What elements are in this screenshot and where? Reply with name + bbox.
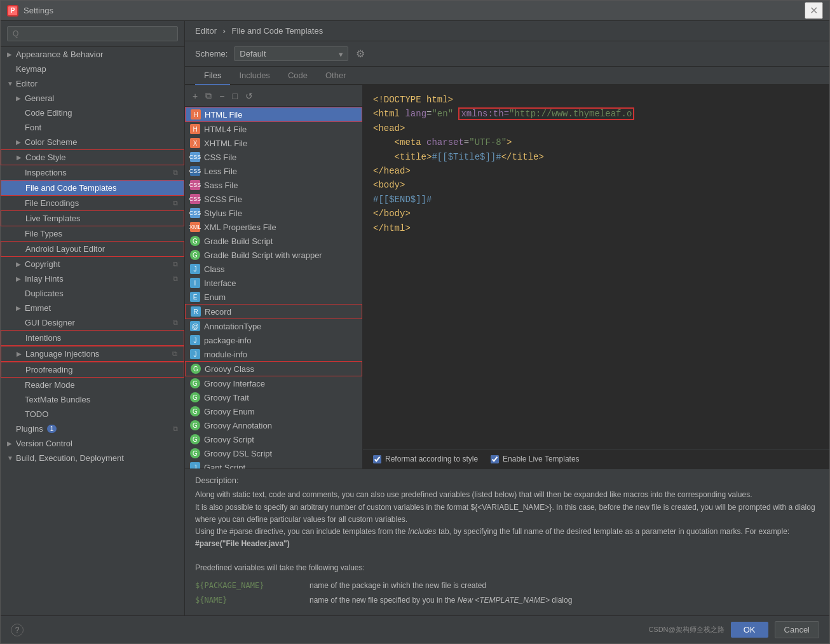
sidebar-item-label: Intentions [25,333,61,343]
sidebar-item-keymap[interactable]: Keymap [1,62,184,76]
tab-other[interactable]: Other [316,67,355,85]
file-item-gradle-wrapper[interactable]: G Gradle Build Script with wrapper [185,248,362,262]
sidebar-item-reader-mode[interactable]: Reader Mode [1,378,184,392]
expand-icon: ▶ [16,95,25,102]
code-editor[interactable]: <!DOCTYPE html> <html lang="en" xmlns:th… [363,85,829,449]
sidebar-item-file-encodings[interactable]: File Encodings ⧉ [1,196,184,210]
file-item-gradle[interactable]: G Gradle Build Script [185,234,362,248]
sidebar-item-version-control[interactable]: ▶ Version Control [1,436,184,451]
reformat-checkbox[interactable] [373,455,381,463]
file-item-groovy-dsl[interactable]: G Groovy DSL Script [185,446,362,460]
code-line-9: </body> [373,207,819,221]
file-item-xml-properties[interactable]: XML XML Properties File [185,220,362,234]
file-item-groovy-annotation[interactable]: G Groovy Annotation [185,418,362,432]
code-line-7: <body> [373,178,819,192]
file-item-groovy-class[interactable]: G Groovy Class [185,361,362,376]
copy-template-button[interactable]: ⧉ [203,89,214,102]
app-icon: P [7,5,18,17]
add-template-button[interactable]: + [190,90,200,102]
search-input[interactable] [7,26,178,41]
sidebar-item-textmate[interactable]: TextMate Bundles [1,392,184,407]
breadcrumb-current: File and Code Templates [232,26,323,36]
sidebar-item-file-types[interactable]: File Types [1,226,184,241]
sidebar-item-gui-designer[interactable]: GUI Designer ⧉ [1,315,184,330]
sidebar-item-copyright[interactable]: ▶ Copyright ⧉ [1,257,184,271]
close-button[interactable]: ✕ [805,2,823,19]
sidebar-item-build[interactable]: ▼ Build, Execution, Deployment [1,451,184,465]
scheme-bar: Scheme: Default Project ⚙ [185,41,829,67]
var-name-name: ${NAME} [195,594,297,606]
plugins-badge: 1 [47,425,57,433]
file-item-stylus[interactable]: CSS Stylus File [185,206,362,220]
file-item-enum[interactable]: E Enum [185,290,362,304]
sidebar-item-color-scheme[interactable]: ▶ Color Scheme [1,135,184,149]
live-templates-checkbox-label[interactable]: Enable Live Templates [491,455,580,463]
sidebar-item-editor[interactable]: ▼ Editor [1,76,184,91]
sidebar-item-live-templates[interactable]: Live Templates [1,210,184,226]
groovy-class-file-icon: G [191,364,201,374]
sidebar-item-code-style[interactable]: ▶ Code Style [1,149,184,165]
expand-icon: ▶ [16,305,25,312]
tab-files[interactable]: Files [195,67,230,85]
file-item-groovy-trait[interactable]: G Groovy Trait [185,390,362,404]
sidebar-item-general[interactable]: ▶ General [1,91,184,106]
sidebar-item-appearance[interactable]: ▶ Appearance & Behavior [1,47,184,62]
copy-icon: ⧉ [173,199,178,207]
expand-icon: ▶ [7,51,16,58]
cancel-button[interactable]: Cancel [775,621,819,638]
sidebar-item-emmet[interactable]: ▶ Emmet [1,301,184,315]
file-item-package-info[interactable]: J package-info [185,333,362,347]
sidebar-item-duplicates[interactable]: Duplicates [1,286,184,301]
file-item-name: HTML4 File [204,125,247,134]
help-button[interactable]: ? [11,624,24,636]
file-item-scss[interactable]: CSS SCSS File [185,192,362,206]
file-item-css[interactable]: CSS CSS File [185,150,362,164]
ok-button[interactable]: OK [731,622,768,638]
class-file-icon: J [190,264,200,274]
sidebar-item-inlay-hints[interactable]: ▶ Inlay Hints ⧉ [1,271,184,286]
live-templates-checkbox[interactable] [491,455,499,463]
file-item-gant[interactable]: J Gant Script [185,460,362,469]
file-item-html4[interactable]: H HTML4 File [185,122,362,136]
sidebar-item-language-injections[interactable]: ▶ Language Injections ⧉ [1,346,184,362]
sidebar-item-proofreading[interactable]: Proofreading [1,362,184,378]
sidebar-item-file-code-templates[interactable]: File and Code Templates [1,180,184,196]
gear-button[interactable]: ⚙ [355,46,366,61]
tab-code[interactable]: Code [279,67,316,85]
file-item-name: Groovy Script [204,435,254,444]
code-line-3: <head> [373,121,819,135]
gant-file-icon: J [190,462,200,469]
file-item-name: Groovy Enum [204,407,254,416]
move-template-button[interactable]: □ [229,90,240,102]
xhtml-file-icon: X [190,138,200,148]
file-item-html[interactable]: H HTML File [185,107,362,122]
sidebar-item-inspections[interactable]: Inspections ⧉ [1,165,184,180]
file-item-annotation[interactable]: @ AnnotationType [185,319,362,333]
file-item-class[interactable]: J Class [185,262,362,276]
sidebar-item-plugins[interactable]: Plugins 1 ⧉ [1,421,184,436]
file-item-groovy-script[interactable]: G Groovy Script [185,432,362,446]
file-item-name: Less File [204,167,237,176]
sidebar-item-todo[interactable]: TODO [1,407,184,421]
module-info-file-icon: J [190,349,200,359]
file-item-interface[interactable]: I Interface [185,276,362,290]
remove-template-button[interactable]: − [217,90,227,102]
file-item-groovy-interface[interactable]: G Groovy Interface [185,376,362,390]
file-item-groovy-enum[interactable]: G Groovy Enum [185,404,362,418]
copy-icon: ⧉ [173,275,178,283]
file-item-module-info[interactable]: J module-info [185,347,362,361]
reformat-checkbox-label[interactable]: Reformat according to style [373,455,478,463]
reset-template-button[interactable]: ↺ [243,90,255,102]
scheme-select[interactable]: Default Project [234,46,348,61]
breadcrumb: Editor › File and Code Templates [185,21,829,41]
sidebar-item-font[interactable]: Font [1,120,184,135]
file-item-xhtml[interactable]: X XHTML File [185,136,362,150]
file-item-record[interactable]: R Record [185,304,362,319]
file-item-sass[interactable]: CSS Sass File [185,178,362,192]
sidebar-item-android-layout[interactable]: Android Layout Editor [1,241,184,257]
sidebar-item-intentions[interactable]: Intentions [1,330,184,346]
sidebar-item-code-editing[interactable]: Code Editing [1,106,184,120]
file-item-less[interactable]: CSS Less File [185,164,362,178]
tab-includes[interactable]: Includes [230,67,278,85]
var-desc-name: name of the new file specified by you in… [310,594,572,606]
